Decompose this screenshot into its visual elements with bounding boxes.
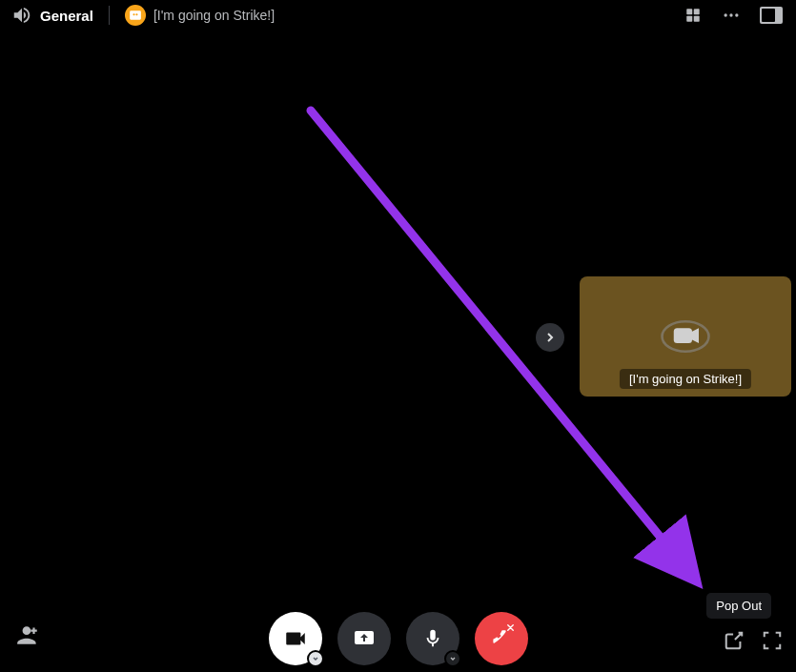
channel-name: General bbox=[40, 8, 93, 24]
divider bbox=[109, 6, 110, 25]
svg-point-5 bbox=[729, 13, 732, 16]
speaker-icon bbox=[11, 5, 32, 26]
fullscreen-button[interactable] bbox=[762, 630, 783, 651]
svg-rect-8 bbox=[762, 9, 775, 22]
header-bar: General [I'm going on Strike!] bbox=[0, 0, 796, 31]
svg-rect-1 bbox=[694, 9, 700, 14]
call-controls bbox=[269, 612, 528, 665]
avatar bbox=[125, 5, 146, 26]
bottom-bar bbox=[0, 605, 796, 672]
screen-share-button[interactable] bbox=[337, 612, 391, 665]
svg-rect-0 bbox=[686, 9, 692, 14]
header-left: General [I'm going on Strike!] bbox=[11, 5, 275, 26]
disconnect-button[interactable] bbox=[475, 612, 528, 665]
participant-label: [I'm going on Strike!] bbox=[620, 369, 751, 389]
svg-rect-3 bbox=[694, 16, 700, 22]
header-right bbox=[684, 6, 783, 25]
user-name: [I'm going on Strike!] bbox=[153, 8, 275, 23]
grid-view-icon[interactable] bbox=[684, 6, 703, 25]
svg-rect-2 bbox=[686, 16, 692, 22]
more-icon[interactable] bbox=[722, 6, 741, 25]
camera-button[interactable] bbox=[269, 612, 322, 665]
svg-point-6 bbox=[735, 13, 738, 16]
pop-out-button[interactable] bbox=[724, 630, 745, 651]
camera-options-button[interactable] bbox=[307, 650, 324, 667]
next-participant-button[interactable] bbox=[536, 323, 564, 352]
participant-tile[interactable]: [I'm going on Strike!] bbox=[580, 276, 791, 397]
camera-avatar-icon bbox=[659, 316, 712, 356]
invite-button[interactable] bbox=[15, 622, 40, 647]
mic-button[interactable] bbox=[406, 612, 459, 665]
bottom-right-controls bbox=[724, 630, 783, 651]
mic-options-button[interactable] bbox=[444, 650, 461, 667]
svg-point-4 bbox=[725, 13, 727, 16]
svg-rect-10 bbox=[674, 328, 692, 343]
chat-panel-icon[interactable] bbox=[760, 7, 783, 24]
user-badge[interactable]: [I'm going on Strike!] bbox=[125, 5, 275, 26]
